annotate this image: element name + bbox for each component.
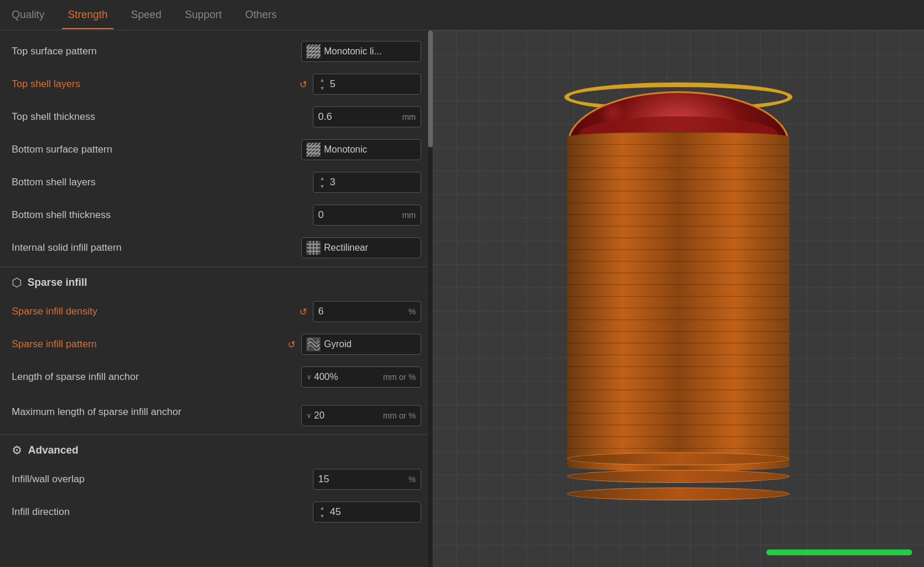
top-shell-thickness-row: Top shell thickness 0.6 mm bbox=[0, 101, 433, 133]
bottom-spinbox-down[interactable]: ▼ bbox=[318, 182, 326, 191]
bottom-spinbox-up[interactable]: ▲ bbox=[318, 174, 326, 182]
right-panel bbox=[433, 30, 924, 567]
3d-object-container bbox=[532, 79, 825, 518]
bottom-shell-layers-row: Bottom shell layers ▲ ▼ 3 bbox=[0, 166, 433, 199]
sparse-infill-density-row: Sparse infill density ↺ 6 % bbox=[0, 295, 433, 328]
infill-spinbox-up[interactable]: ▲ bbox=[318, 504, 326, 512]
max-anchor-length-label: Maximum length of sparse infill anchor bbox=[12, 402, 301, 418]
main-content: Top surface pattern bbox=[0, 30, 924, 567]
bottom-ring-3 bbox=[567, 488, 789, 500]
bottom-shell-thickness-input[interactable]: 0 mm bbox=[313, 205, 421, 226]
internal-solid-infill-pattern-row: Internal solid infill pattern Rectili bbox=[0, 231, 433, 264]
spinbox-arrows: ▲ ▼ bbox=[318, 76, 326, 92]
infill-wall-overlap-input[interactable]: 15 % bbox=[313, 469, 421, 490]
cylinder-bottom-rings bbox=[567, 452, 789, 500]
bottom-shell-layers-control: ▲ ▼ 3 bbox=[313, 172, 421, 193]
tab-others[interactable]: Others bbox=[239, 1, 282, 29]
bottom-shell-layers-value: 3 bbox=[330, 177, 335, 188]
max-anchor-length-unit: mm or % bbox=[383, 411, 416, 420]
internal-solid-infill-pattern-dropdown[interactable]: Rectilinear bbox=[301, 237, 421, 258]
max-anchor-length-row: Maximum length of sparse infill anchor ∨… bbox=[0, 393, 433, 432]
infill-direction-control: ▲ ▼ 45 bbox=[313, 502, 421, 523]
sparse-infill-section: ⬡ Sparse infill bbox=[0, 267, 433, 295]
max-anchor-length-dropdown[interactable]: ∨ 20 mm or % bbox=[301, 405, 421, 426]
scrollbar-track[interactable] bbox=[428, 30, 433, 567]
sparse-infill-pattern-label: Sparse infill pattern bbox=[12, 338, 288, 350]
tab-support[interactable]: Support bbox=[179, 1, 227, 29]
anchor-length-chevron: ∨ bbox=[306, 373, 312, 381]
bottom-surface-pattern-label: Bottom surface pattern bbox=[12, 144, 301, 155]
infill-wall-overlap-value: 15 bbox=[318, 473, 329, 485]
sparse-infill-density-input[interactable]: 6 % bbox=[313, 301, 421, 322]
top-shell-thickness-input[interactable]: 0.6 mm bbox=[313, 106, 421, 127]
sparse-infill-pattern-reset[interactable]: ↺ bbox=[288, 339, 295, 350]
tab-speed[interactable]: Speed bbox=[125, 1, 167, 29]
top-surface-pattern-label: Top surface pattern bbox=[12, 46, 301, 57]
infill-wall-overlap-unit: % bbox=[409, 475, 416, 484]
max-anchor-length-chevron: ∨ bbox=[306, 412, 312, 420]
top-surface-pattern-control: Monotonic li... bbox=[301, 41, 421, 62]
rectilinear-pattern-icon bbox=[306, 241, 320, 255]
advanced-title: Advanced bbox=[28, 444, 78, 457]
sparse-infill-density-label: Sparse infill density bbox=[12, 306, 299, 317]
advanced-icon: ⚙ bbox=[12, 443, 22, 457]
tab-strength[interactable]: Strength bbox=[62, 1, 113, 29]
infill-direction-value: 45 bbox=[330, 506, 341, 518]
anchor-length-dropdown[interactable]: ∨ 400% mm or % bbox=[301, 367, 421, 388]
bottom-shell-layers-label: Bottom shell layers bbox=[12, 177, 313, 188]
bottom-ring-1 bbox=[567, 452, 789, 465]
spinbox-down[interactable]: ▼ bbox=[318, 84, 326, 92]
max-anchor-length-control: ∨ 20 mm or % bbox=[301, 405, 421, 426]
top-shell-layers-reset[interactable]: ↺ bbox=[299, 79, 307, 90]
max-anchor-length-value: 20 bbox=[314, 410, 381, 421]
bottom-surface-pattern-row: Bottom surface pattern bbox=[0, 133, 433, 166]
anchor-length-unit: mm or % bbox=[383, 372, 416, 382]
infill-direction-spinbox[interactable]: ▲ ▼ 45 bbox=[313, 502, 421, 523]
bottom-shell-thickness-label: Bottom shell thickness bbox=[12, 209, 313, 221]
sparse-infill-density-unit: % bbox=[409, 307, 416, 316]
top-shell-layers-spinbox[interactable]: ▲ ▼ 5 bbox=[313, 74, 421, 95]
sparse-infill-density-value: 6 bbox=[318, 306, 323, 317]
infill-direction-row: Infill direction ▲ ▼ 45 bbox=[0, 496, 433, 528]
top-shell-layers-value: 5 bbox=[330, 78, 335, 90]
advanced-section: ⚙ Advanced bbox=[0, 434, 433, 463]
cylinder-body bbox=[567, 132, 789, 471]
anchor-length-label: Length of sparse infill anchor bbox=[12, 371, 301, 383]
tab-bar: Quality Strength Speed Support Others bbox=[0, 0, 924, 30]
bottom-surface-pattern-value: Monotonic bbox=[324, 144, 416, 155]
spinbox-up[interactable]: ▲ bbox=[318, 76, 326, 84]
top-surface-pattern-row: Top surface pattern bbox=[0, 35, 433, 68]
internal-solid-infill-pattern-label: Internal solid infill pattern bbox=[12, 242, 301, 254]
infill-spinbox-arrows: ▲ ▼ bbox=[318, 504, 326, 520]
sparse-infill-density-reset[interactable]: ↺ bbox=[299, 306, 307, 317]
top-surface-pattern-dropdown[interactable]: Monotonic li... bbox=[301, 41, 421, 62]
progress-bar-fill bbox=[766, 549, 912, 555]
hatch-pattern-icon bbox=[306, 44, 320, 58]
left-panel: Top surface pattern bbox=[0, 30, 433, 567]
top-shell-layers-control: ↺ ▲ ▼ 5 bbox=[299, 74, 421, 95]
top-surface-pattern-value: Monotonic li... bbox=[324, 46, 416, 57]
sparse-infill-pattern-dropdown[interactable]: Gyroid bbox=[301, 334, 421, 355]
infill-direction-label: Infill direction bbox=[12, 506, 313, 518]
infill-spinbox-down[interactable]: ▼ bbox=[318, 512, 326, 520]
infill-wall-overlap-row: Infill/wall overlap 15 % bbox=[0, 463, 433, 496]
bottom-shell-thickness-value: 0 bbox=[318, 209, 323, 221]
gyroid-pattern-icon bbox=[306, 337, 320, 351]
bottom-surface-pattern-control: Monotonic bbox=[301, 139, 421, 160]
top-shell-thickness-value: 0.6 bbox=[318, 111, 332, 123]
bottom-surface-pattern-dropdown[interactable]: Monotonic bbox=[301, 139, 421, 160]
top-shell-thickness-unit: mm bbox=[402, 112, 416, 122]
bottom-shell-thickness-row: Bottom shell thickness 0 mm bbox=[0, 199, 433, 231]
cylinder-wrapper bbox=[532, 79, 825, 518]
bottom-spinbox-arrows: ▲ ▼ bbox=[318, 174, 326, 191]
tab-quality[interactable]: Quality bbox=[6, 1, 50, 29]
bottom-shell-thickness-control: 0 mm bbox=[313, 205, 421, 226]
top-shell-thickness-control: 0.6 mm bbox=[313, 106, 421, 127]
bottom-shell-thickness-unit: mm bbox=[402, 210, 416, 220]
infill-wall-overlap-label: Infill/wall overlap bbox=[12, 473, 313, 485]
internal-solid-infill-pattern-value: Rectilinear bbox=[324, 243, 416, 253]
sparse-infill-pattern-value: Gyroid bbox=[324, 339, 416, 350]
bottom-shell-layers-spinbox[interactable]: ▲ ▼ 3 bbox=[313, 172, 421, 193]
bottom-hatch-pattern-icon bbox=[306, 143, 320, 157]
scrollbar-thumb[interactable] bbox=[428, 30, 433, 147]
